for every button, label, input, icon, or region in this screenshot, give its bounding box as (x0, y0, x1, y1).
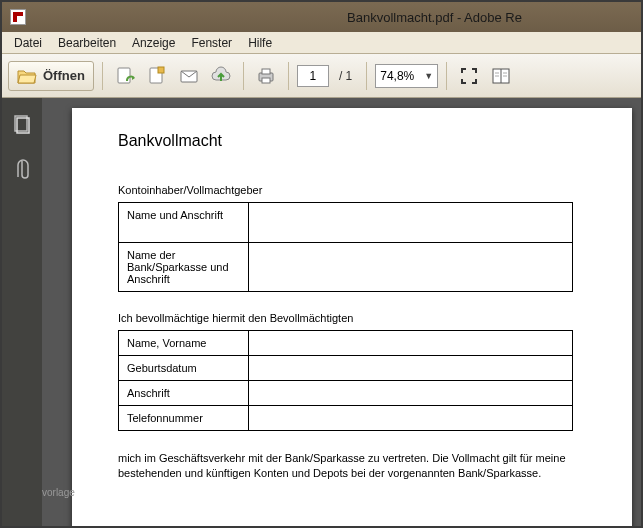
open-button[interactable]: Öffnen (8, 61, 94, 91)
svg-rect-2 (158, 67, 164, 73)
cell-label: Anschrift (119, 381, 249, 406)
save-button[interactable] (143, 62, 171, 90)
folder-open-icon (17, 67, 37, 85)
zoom-value: 74,8% (380, 69, 414, 83)
page-number-input[interactable] (297, 65, 329, 87)
toolbar-separator (243, 62, 244, 90)
authorized-person-table: Name, Vorname Geburtsdatum Anschrift Tel… (118, 330, 573, 431)
table-row: Name der Bank/Sparkasse und Anschrift (119, 243, 573, 292)
table-row: Name, Vorname (119, 331, 573, 356)
svg-rect-5 (262, 69, 270, 74)
menu-file[interactable]: Datei (6, 34, 50, 52)
cell-label: Telefonnummer (119, 406, 249, 431)
print-button[interactable] (252, 62, 280, 90)
section1-heading: Kontoinhaber/Vollmachtgeber (118, 184, 604, 196)
zoom-dropdown[interactable]: 74,8% ▼ (375, 64, 438, 88)
titlebar: Bankvollmacht.pdf - Adobe Re (2, 2, 641, 32)
fullscreen-button[interactable] (455, 62, 483, 90)
cell-value (249, 331, 573, 356)
svg-rect-0 (118, 68, 130, 83)
page-total-label: / 1 (333, 69, 358, 83)
pdf-page: Bankvollmacht Kontoinhaber/Vollmachtgebe… (72, 108, 632, 526)
toolbar-separator (446, 62, 447, 90)
doc-paragraph: mich im Geschäftsverkehr mit der Bank/Sp… (118, 451, 604, 482)
cell-value (249, 356, 573, 381)
section2-heading: Ich bevollmächtige hiermit den Bevollmäc… (118, 312, 604, 324)
sidebar (2, 98, 42, 526)
attachments-panel-button[interactable] (8, 156, 36, 184)
table-row: Name und Anschrift (119, 203, 573, 243)
cell-label: Geburtsdatum (119, 356, 249, 381)
cell-label: Name, Vorname (119, 331, 249, 356)
chevron-down-icon: ▼ (424, 71, 433, 81)
menu-help[interactable]: Hilfe (240, 34, 280, 52)
toolbar: Öffnen / 1 (2, 54, 641, 98)
cell-value (249, 406, 573, 431)
table-row: Telefonnummer (119, 406, 573, 431)
svg-rect-6 (262, 78, 270, 83)
pdf-app-icon (10, 9, 26, 25)
read-mode-button[interactable] (487, 62, 515, 90)
open-button-label: Öffnen (43, 68, 85, 83)
window-title: Bankvollmacht.pdf - Adobe Re (36, 10, 633, 25)
account-holder-table: Name und Anschrift Name der Bank/Sparkas… (118, 202, 573, 292)
cell-value (249, 381, 573, 406)
cloud-upload-button[interactable] (207, 62, 235, 90)
table-row: Geburtsdatum (119, 356, 573, 381)
watermark-text: vorlage (42, 487, 75, 498)
table-row: Anschrift (119, 381, 573, 406)
document-viewport[interactable]: Bankvollmacht Kontoinhaber/Vollmachtgebe… (42, 98, 641, 526)
email-button[interactable] (175, 62, 203, 90)
toolbar-separator (288, 62, 289, 90)
menu-edit[interactable]: Bearbeiten (50, 34, 124, 52)
cell-value (249, 203, 573, 243)
cell-value (249, 243, 573, 292)
toolbar-separator (366, 62, 367, 90)
cell-label: Name der Bank/Sparkasse und Anschrift (119, 243, 249, 292)
menubar: Datei Bearbeiten Anzeige Fenster Hilfe (2, 32, 641, 54)
create-pdf-button[interactable] (111, 62, 139, 90)
thumbnails-panel-button[interactable] (8, 110, 36, 138)
menu-window[interactable]: Fenster (183, 34, 240, 52)
menu-view[interactable]: Anzeige (124, 34, 183, 52)
doc-title: Bankvollmacht (118, 132, 604, 150)
main-area: Bankvollmacht Kontoinhaber/Vollmachtgebe… (2, 98, 641, 526)
cell-label: Name und Anschrift (119, 203, 249, 243)
toolbar-separator (102, 62, 103, 90)
